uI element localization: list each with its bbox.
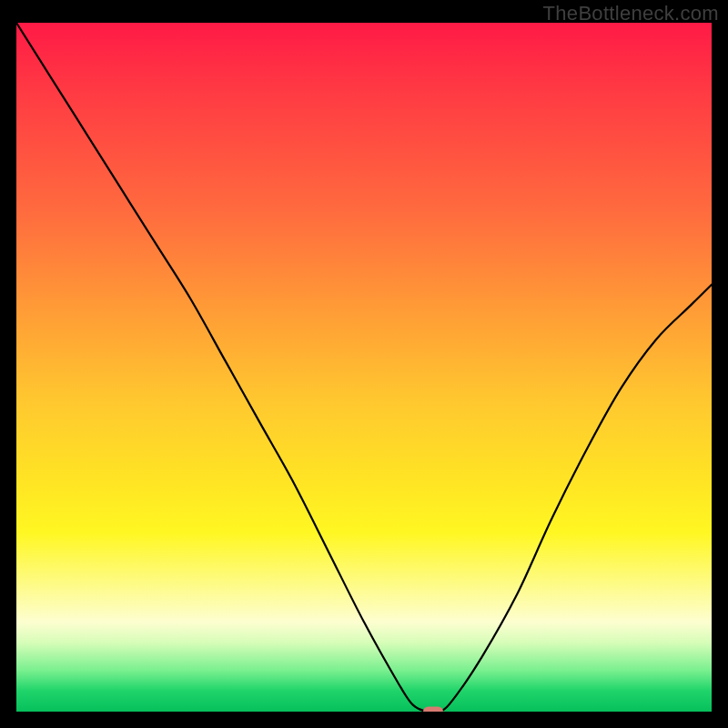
chart-frame: TheBottleneck.com — [0, 0, 728, 728]
watermark-text: TheBottleneck.com — [543, 2, 719, 25]
bottleneck-curve — [16, 23, 712, 712]
minimum-marker — [423, 707, 443, 713]
plot-area — [16, 23, 712, 712]
